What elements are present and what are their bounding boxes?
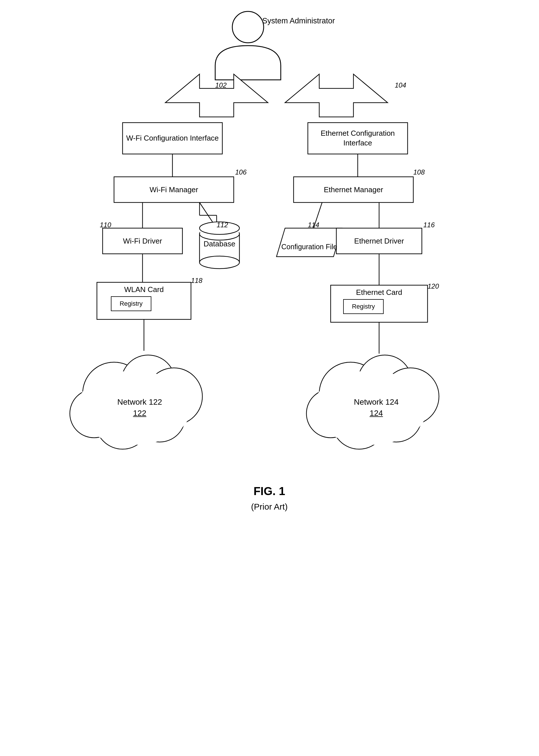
network-122-label: Network 122 122 [108, 396, 171, 419]
wlan-registry-label: Registry [111, 296, 151, 311]
ref-120: 120 [427, 282, 439, 290]
network-124-label: Network 124 124 [345, 396, 408, 419]
ref-112: 112 [217, 221, 228, 229]
wifi-config-label: W-Fi Configuration Interface [122, 123, 222, 154]
wlan-card-label: WLAN Card [97, 282, 191, 296]
fig-label: FIG. 1 [217, 485, 322, 498]
ref-118: 118 [191, 277, 202, 285]
database-label: Database [199, 239, 239, 248]
svg-point-16 [199, 227, 239, 240]
ethernet-driver-label: Ethernet Driver [336, 228, 422, 254]
ref-108: 108 [413, 168, 425, 176]
ethernet-config-label: Ethernet Configuration Interface [308, 123, 408, 154]
svg-point-0 [232, 11, 264, 43]
ref-106: 106 [235, 168, 247, 176]
svg-marker-2 [285, 74, 388, 117]
wifi-manager-label: Wi-Fi Manager [114, 177, 234, 203]
svg-rect-18 [200, 228, 239, 234]
ref-104: 104 [395, 81, 406, 89]
wifi-driver-label: Wi-Fi Driver [103, 228, 183, 254]
diagram-svg [0, 0, 539, 756]
system-administrator-label: System Administrator [262, 16, 335, 27]
svg-line-10 [199, 203, 217, 228]
ethernet-registry-label: Registry [344, 299, 383, 314]
ref-116: 116 [423, 221, 435, 229]
fig-sublabel: (Prior Art) [217, 502, 322, 512]
ethernet-card-label: Ethernet Card [331, 285, 427, 299]
svg-marker-1 [165, 74, 268, 117]
svg-point-17 [199, 256, 239, 269]
ref-110: 110 [100, 221, 111, 229]
diagram: System Administrator W-Fi Configuration … [0, 0, 539, 756]
config-file-label: Configuration File [276, 234, 342, 260]
ethernet-manager-label: Ethernet Manager [294, 177, 413, 203]
ref-114: 114 [308, 221, 319, 229]
ref-102: 102 [215, 81, 227, 89]
